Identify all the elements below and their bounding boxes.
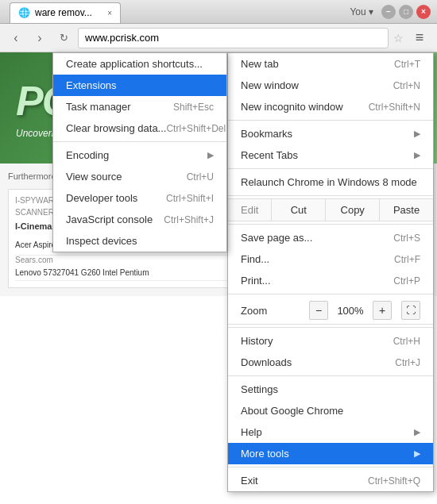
separator-2 [228,168,433,169]
submenu-item-dev-tools[interactable]: Developer tools Ctrl+Shift+I [53,187,226,209]
menu-item-about[interactable]: About Google Chrome [228,400,433,421]
separator-1 [228,120,433,121]
reload-btn[interactable]: ↻ [54,29,73,48]
separator-4 [228,224,433,225]
forward-btn[interactable]: › [30,29,49,48]
separator-7 [228,375,433,376]
submenu-item-js-console[interactable]: JavaScript console Ctrl+Shift+J [53,209,226,230]
menu-item-help[interactable]: Help ▶ [228,421,433,443]
separator-3 [228,195,433,196]
submenu-item-create-shortcuts[interactable]: Create application shortcuts... [53,53,226,75]
menu-item-find[interactable]: Find... Ctrl+F [228,248,433,270]
tab-title: ware remov... [35,7,92,18]
active-tab[interactable]: 🌐 ware remov... × [10,2,121,23]
separator-5 [228,294,433,294]
titlebar: 🌐 ware remov... × You ▾ − □ × [0,0,437,24]
menu-item-recent-tabs[interactable]: Recent Tabs ▶ [228,144,433,166]
submenu-item-clear-browsing[interactable]: Clear browsing data... Ctrl+Shift+Del [53,117,226,139]
submenu-item-inspect-devices[interactable]: Inspect devices [53,230,226,252]
address-input[interactable] [78,28,389,48]
zoom-value: 100% [335,305,366,317]
fullscreen-btn[interactable]: ⛶ [401,301,420,320]
zoom-label: Zoom [241,305,303,317]
menu-item-save[interactable]: Save page as... Ctrl+S [228,227,433,248]
separator-6 [228,327,433,328]
edit-row: Edit Cut Copy Paste [228,198,433,221]
menu-item-more-tools[interactable]: More tools ▶ [228,443,433,464]
menu-item-print[interactable]: Print... Ctrl+P [228,270,433,291]
submenu-item-encoding[interactable]: Encoding ▶ [53,144,226,166]
menu-item-history[interactable]: History Ctrl+H [228,330,433,352]
minimize-btn[interactable]: − [381,5,396,19]
more-tools-submenu: Create application shortcuts... Extensio… [52,52,227,252]
submenu-separator-1 [53,141,226,142]
menu-item-incognito[interactable]: New incognito window Ctrl+Shift+N [228,96,433,117]
tab-close-btn[interactable]: × [107,9,112,17]
zoom-row: Zoom − 100% + ⛶ [228,297,433,325]
menu-item-downloads[interactable]: Downloads Ctrl+J [228,352,433,373]
chrome-menu-btn[interactable]: ≡ [408,27,431,49]
cut-btn[interactable]: Cut [272,199,326,221]
user-label[interactable]: You ▾ [350,6,373,17]
menu-item-settings[interactable]: Settings [228,379,433,400]
separator-8 [228,467,433,467]
maximize-btn[interactable]: □ [399,5,413,19]
bookmark-star[interactable]: ☆ [393,32,404,44]
menu-item-new-window[interactable]: New window Ctrl+N [228,75,433,96]
edit-label: Edit [228,199,272,221]
menu-item-bookmarks[interactable]: Bookmarks ▶ [228,123,433,144]
zoom-in-btn[interactable]: + [373,301,392,320]
zoom-out-btn[interactable]: − [309,301,328,320]
tab-favicon: 🌐 [18,7,30,18]
submenu-item-task-manager[interactable]: Task manager Shift+Esc [53,96,226,117]
back-btn[interactable]: ‹ [6,29,25,48]
menu-item-relaunch[interactable]: Relaunch Chrome in Windows 8 mode [228,171,433,193]
submenu-item-extensions[interactable]: Extensions [53,75,226,96]
address-bar: ‹ › ↻ ☆ ≡ [0,24,437,52]
submenu-item-view-source[interactable]: View source Ctrl+U [53,166,226,187]
tab-bar: 🌐 ware remov... × [6,1,121,23]
paste-btn[interactable]: Paste [380,199,433,221]
copy-btn[interactable]: Copy [326,199,380,221]
window-controls: You ▾ − □ × [350,5,431,19]
chrome-menu: New tab Ctrl+T New window Ctrl+N New inc… [227,52,434,492]
window-close-btn[interactable]: × [416,5,431,19]
menu-item-exit[interactable]: Exit Ctrl+Shift+Q [228,470,433,491]
menu-item-new-tab[interactable]: New tab Ctrl+T [228,53,433,75]
